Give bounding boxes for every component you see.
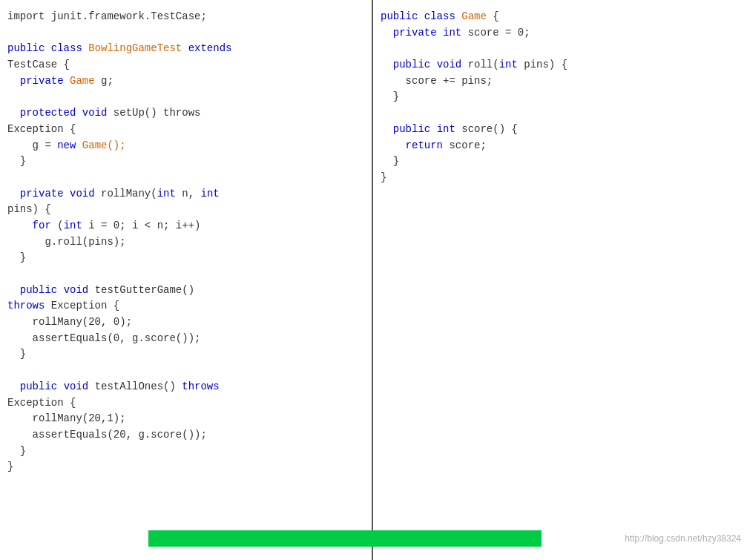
code-token: } <box>7 251 26 263</box>
code-token: void <box>82 107 113 119</box>
code-token: class <box>51 42 88 54</box>
code-line: throws Exception { <box>7 298 364 314</box>
code-token: int <box>437 123 462 135</box>
code-token: int <box>443 27 468 39</box>
right-panel: public class Game { private int score = … <box>373 0 747 560</box>
code-line: TestCase { <box>7 57 364 73</box>
code-line: private void rollMany(int n, int <box>7 186 364 202</box>
code-token: public <box>381 10 424 22</box>
code-token <box>7 381 20 392</box>
code-line: assertEquals(0, g.score()); <box>7 331 364 347</box>
code-token: testGutterGame() <box>95 284 194 296</box>
code-line: return score; <box>381 138 740 154</box>
code-line: } <box>381 154 740 170</box>
code-line: rollMany(20,1); <box>7 411 364 427</box>
code-token: int <box>201 188 220 200</box>
code-line: } <box>7 444 364 460</box>
code-token: pins) { <box>524 59 567 70</box>
code-token: { <box>493 10 498 22</box>
code-token: public <box>393 123 437 135</box>
code-token: private <box>393 27 443 39</box>
code-line: Exception { <box>7 395 364 412</box>
code-token: score() { <box>461 123 518 135</box>
code-token: import junit.framework.TestCase; <box>7 10 207 22</box>
code-token: testAllOnes() <box>95 381 182 392</box>
code-line: } <box>7 459 364 475</box>
code-token: } <box>381 171 386 183</box>
code-token: throws <box>7 300 51 312</box>
code-line <box>7 266 364 283</box>
code-token <box>7 75 20 87</box>
code-token: int <box>157 188 182 200</box>
code-line: } <box>381 170 740 186</box>
code-line: g.roll(pins); <box>7 234 364 251</box>
code-token: extends <box>188 42 232 54</box>
code-token: g.roll(pins); <box>7 236 126 248</box>
code-token: Game(); <box>82 139 126 151</box>
code-token: g; <box>101 75 113 87</box>
code-token: pins) { <box>7 203 51 215</box>
code-line: protected void setUp() throws <box>7 105 364 122</box>
code-token: protected <box>20 107 82 119</box>
code-line: public class BowlingGameTest extends <box>7 41 364 57</box>
code-line: Exception { <box>7 122 364 138</box>
code-token: assertEquals(20, g.score()); <box>7 429 207 441</box>
code-token: n, <box>182 188 200 200</box>
code-line <box>381 105 740 122</box>
code-line: } <box>381 89 740 105</box>
code-token <box>381 59 393 70</box>
watermark: http://blog.csdn.net/hzy38324 <box>625 533 741 544</box>
code-token: } <box>381 90 399 102</box>
code-token: score += pins; <box>381 75 493 87</box>
code-token: } <box>7 461 13 472</box>
code-token: } <box>381 155 399 167</box>
code-line: } <box>7 154 364 170</box>
code-line <box>7 89 364 105</box>
code-token: score = 0; <box>468 27 530 39</box>
code-token: Exception { <box>7 123 76 135</box>
code-token: assertEquals(0, g.score()); <box>7 332 200 344</box>
code-token: int <box>499 59 524 70</box>
code-line <box>7 25 364 42</box>
code-line: public class Game { <box>381 9 740 25</box>
code-token: } <box>7 155 26 167</box>
code-token: g = <box>7 139 57 151</box>
code-token: for <box>33 220 58 231</box>
code-token: rollMany( <box>101 188 157 200</box>
code-token <box>381 139 406 151</box>
code-token: ( <box>57 220 63 231</box>
code-token: Game <box>461 10 493 22</box>
code-line: private Game g; <box>7 73 364 90</box>
code-token: roll( <box>468 59 499 70</box>
code-token: new <box>57 139 82 151</box>
code-token: setUp() throws <box>113 107 201 119</box>
code-token: public <box>20 284 64 296</box>
code-line: public void testGutterGame() <box>7 283 364 299</box>
code-token: private <box>20 75 70 87</box>
code-line: private int score = 0; <box>381 25 740 42</box>
code-line <box>7 170 364 186</box>
code-line: } <box>7 346 364 363</box>
code-token: rollMany(20, 0); <box>7 316 132 328</box>
code-token: void <box>70 188 101 200</box>
code-line: rollMany(20, 0); <box>7 314 364 331</box>
code-token: private <box>20 188 70 200</box>
code-token: } <box>7 348 26 360</box>
code-token: return <box>406 139 450 151</box>
code-token: TestCase { <box>7 59 70 70</box>
main-container: import junit.framework.TestCase; public … <box>0 0 747 560</box>
left-panel: import junit.framework.TestCase; public … <box>0 0 373 560</box>
code-token: score; <box>449 139 486 151</box>
code-line <box>381 41 740 57</box>
code-line: assertEquals(20, g.score()); <box>7 427 364 444</box>
code-token: Exception { <box>51 300 119 312</box>
code-token: void <box>437 59 468 70</box>
code-token: class <box>424 10 461 22</box>
code-token <box>7 220 33 231</box>
code-token <box>381 123 393 135</box>
code-line: g = new Game(); <box>7 138 364 154</box>
code-line: public int score() { <box>381 122 740 138</box>
code-token <box>381 27 393 39</box>
code-token: void <box>64 381 95 392</box>
code-token: rollMany(20,1); <box>7 412 126 424</box>
